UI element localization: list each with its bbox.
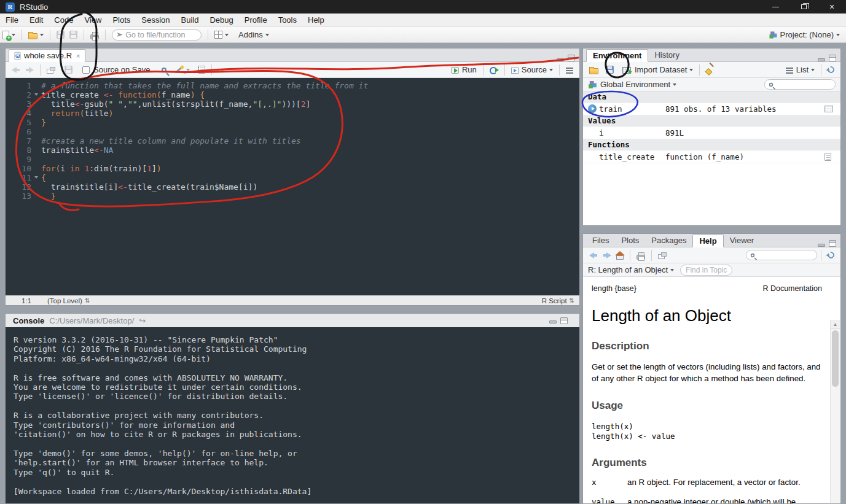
menu-build[interactable]: Build — [176, 14, 205, 27]
import-dataset-button[interactable]: Import Dataset — [620, 63, 695, 77]
run-button[interactable]: Run — [448, 63, 479, 77]
nav-back-button[interactable] — [9, 63, 23, 77]
list-view-button[interactable]: List — [783, 63, 817, 77]
rstudio-logo-icon: R — [6, 2, 15, 12]
pane-minimize-icon[interactable] — [557, 58, 564, 61]
tab-viewer[interactable]: Viewer — [724, 234, 761, 247]
open-file-button[interactable] — [26, 28, 46, 42]
close-button[interactable]: × — [818, 0, 846, 14]
help-search-input[interactable] — [746, 250, 817, 260]
pane-maximize-icon[interactable] — [568, 55, 575, 61]
tab-environment[interactable]: Environment — [586, 49, 648, 62]
find-in-topic-input[interactable]: Find in Topic — [680, 265, 732, 276]
rerun-button[interactable] — [487, 63, 501, 77]
broom-icon — [706, 66, 715, 74]
environment-search-input[interactable] — [764, 79, 836, 90]
help-forward-button[interactable] — [600, 248, 614, 263]
pane-maximize-icon[interactable] — [560, 317, 568, 324]
help-print-button[interactable] — [634, 248, 648, 263]
menu-session[interactable]: Session — [136, 14, 175, 27]
file-type-selector[interactable]: R Script⇅ — [542, 297, 574, 304]
environment-object-list: Datatrain891 obs. of 13 variablesValuesi… — [583, 91, 840, 225]
scope-selector[interactable]: (Top Level)⇅ — [47, 297, 90, 304]
fold-arrow-icon[interactable] — [34, 176, 38, 179]
pane-minimize-icon[interactable] — [549, 320, 557, 324]
title-bar: R RStudio × — [0, 0, 846, 14]
save-source-button[interactable] — [62, 63, 75, 77]
scrollbar-up-icon[interactable]: ▲ — [831, 320, 840, 329]
help-refresh-button[interactable] — [825, 248, 837, 263]
expand-object-icon[interactable] — [588, 104, 597, 113]
save-workspace-button[interactable] — [603, 63, 616, 77]
project-menu-button[interactable]: Project: (None) — [769, 30, 840, 39]
minimize-button[interactable] — [761, 0, 789, 14]
project-icon — [769, 31, 777, 38]
tab-plots[interactable]: Plots — [615, 234, 645, 247]
menu-code[interactable]: Code — [49, 14, 79, 27]
source-button[interactable]: Source — [509, 63, 555, 77]
checkbox-icon — [82, 66, 90, 74]
menu-view[interactable]: View — [79, 14, 107, 27]
menu-debug[interactable]: Debug — [204, 14, 238, 27]
find-replace-button[interactable] — [159, 63, 169, 77]
console-output[interactable]: R version 3.3.2 (2016-10-31) -- "Sincere… — [6, 327, 579, 503]
env-object-train[interactable]: train891 obs. of 13 variables — [583, 103, 840, 115]
save-button[interactable] — [54, 28, 67, 42]
menu-file[interactable]: File — [0, 14, 24, 27]
pane-maximize-icon[interactable] — [829, 55, 836, 61]
code-editor[interactable]: 1# a function that takes the full name a… — [6, 78, 579, 295]
workspace-panes-button[interactable] — [212, 28, 231, 42]
clear-workspace-button[interactable] — [703, 63, 717, 77]
help-scrollbar[interactable]: ▲ — [830, 320, 840, 503]
addins-caret-icon — [265, 34, 269, 36]
menu-plots[interactable]: Plots — [107, 14, 136, 27]
document-outline-button[interactable] — [563, 63, 576, 77]
tab-history[interactable]: History — [648, 48, 685, 61]
env-object-i[interactable]: i891L — [583, 126, 840, 139]
addins-button[interactable]: Addins — [236, 28, 272, 42]
pane-minimize-icon[interactable] — [818, 58, 825, 61]
editor-tab-whole-save[interactable]: whole save.R × — [9, 49, 85, 62]
list-icon — [786, 68, 793, 74]
menu-edit[interactable]: Edit — [24, 14, 49, 27]
menu-tools[interactable]: Tools — [273, 14, 302, 27]
more-options-button[interactable] — [216, 63, 227, 77]
pane-minimize-icon[interactable] — [818, 244, 825, 247]
menu-profile[interactable]: Profile — [239, 14, 273, 27]
menu-help[interactable]: Help — [302, 14, 330, 27]
files-tab-bar: FilesPlotsPackagesHelpViewer — [583, 234, 840, 247]
object-name: train — [599, 104, 665, 114]
restore-button[interactable] — [789, 0, 818, 14]
nav-forward-button[interactable] — [23, 63, 36, 77]
console-popout-icon[interactable]: ↪ — [139, 316, 146, 325]
tab-help[interactable]: Help — [692, 235, 723, 247]
scrollbar-thumb[interactable] — [832, 330, 839, 387]
env-object-title_create[interactable]: title_createfunction (f_name) — [583, 150, 840, 163]
view-data-grid-icon[interactable] — [824, 106, 833, 112]
tab-files[interactable]: Files — [586, 234, 615, 247]
save-all-button[interactable] — [67, 28, 80, 42]
list-label: List — [796, 65, 809, 74]
help-popout-button[interactable] — [656, 248, 667, 263]
load-workspace-button[interactable] — [587, 63, 601, 77]
compile-report-button[interactable] — [196, 63, 208, 77]
new-file-button[interactable] — [0, 28, 18, 42]
help-back-button[interactable] — [587, 248, 600, 263]
global-environment-selector[interactable]: Global Environment — [588, 77, 676, 92]
code-text: title<-gsub(" ","",unlist(strsplit(f_nam… — [34, 99, 310, 109]
source-on-save-checkbox[interactable]: Source on Save — [80, 63, 153, 77]
description-text: Get or set the length of vectors (includ… — [592, 361, 822, 385]
help-home-button[interactable] — [614, 248, 626, 263]
view-function-icon[interactable] — [824, 153, 831, 161]
import-caret-icon — [689, 69, 693, 71]
goto-file-function-input[interactable]: ➤Go to file/function — [112, 29, 202, 41]
tab-close-icon[interactable]: × — [76, 52, 80, 60]
fold-arrow-icon[interactable] — [34, 93, 38, 96]
print-button[interactable] — [88, 28, 101, 42]
tab-packages[interactable]: Packages — [645, 234, 692, 247]
show-in-new-window-button[interactable] — [44, 63, 56, 77]
refresh-environment-button[interactable] — [825, 63, 837, 77]
help-topic-selector[interactable]: R: Length of an Object — [588, 263, 674, 277]
code-tools-button[interactable] — [173, 63, 192, 77]
pane-maximize-icon[interactable] — [829, 240, 836, 247]
